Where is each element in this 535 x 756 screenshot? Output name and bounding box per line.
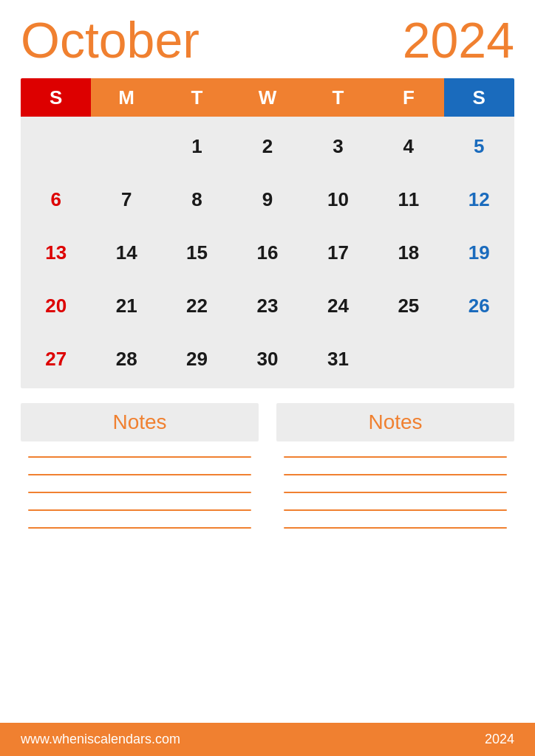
notes-right-lines <box>276 456 514 529</box>
cal-day-16: 16 <box>232 226 302 279</box>
calendar: S M T W T F S 1 2 3 4 5 6 7 8 9 10 11 12 <box>21 78 514 388</box>
cal-day-1: 1 <box>162 120 232 173</box>
cal-day-21: 21 <box>91 279 161 332</box>
cal-day-9: 9 <box>232 173 302 226</box>
cal-day-10: 10 <box>303 173 373 226</box>
notes-section: Notes Notes <box>21 403 514 708</box>
header-wednesday: W <box>232 78 302 117</box>
cal-day-12: 12 <box>444 173 514 226</box>
cal-day-25: 25 <box>373 279 443 332</box>
notes-line <box>28 474 251 475</box>
page: October 2024 S M T W T F S 1 2 3 4 5 6 7… <box>0 0 535 756</box>
cal-day-empty <box>373 332 443 385</box>
notes-line <box>28 492 251 493</box>
month-title: October <box>21 15 200 65</box>
cal-day-24: 24 <box>303 279 373 332</box>
cal-day-8: 8 <box>162 173 232 226</box>
cal-day-15: 15 <box>162 226 232 279</box>
cal-day-20: 20 <box>21 279 91 332</box>
notes-line <box>284 456 507 458</box>
cal-day-7: 7 <box>91 173 161 226</box>
notes-line <box>284 492 507 493</box>
year-title: 2024 <box>403 15 514 65</box>
cal-day-empty <box>444 332 514 385</box>
cal-day-23: 23 <box>232 279 302 332</box>
header-friday: F <box>373 78 443 117</box>
cal-day-27: 27 <box>21 332 91 385</box>
cal-day-13: 13 <box>21 226 91 279</box>
calendar-body: 1 2 3 4 5 6 7 8 9 10 11 12 13 14 15 16 1… <box>21 117 514 388</box>
cal-day-5: 5 <box>444 120 514 173</box>
cal-day-17: 17 <box>303 226 373 279</box>
cal-day-29: 29 <box>162 332 232 385</box>
cal-day-empty <box>91 120 161 173</box>
cal-day-6: 6 <box>21 173 91 226</box>
notes-line <box>28 527 251 529</box>
cal-day-14: 14 <box>91 226 161 279</box>
notes-right: Notes <box>276 403 514 708</box>
cal-day-4: 4 <box>373 120 443 173</box>
cal-day-28: 28 <box>91 332 161 385</box>
cal-day-3: 3 <box>303 120 373 173</box>
header-sunday: S <box>21 78 91 117</box>
notes-line <box>284 509 507 511</box>
notes-line <box>28 456 251 458</box>
calendar-header: October 2024 <box>21 15 514 65</box>
cal-day-26: 26 <box>444 279 514 332</box>
cal-day-22: 22 <box>162 279 232 332</box>
footer-url: www.wheniscalendars.com <box>21 732 180 747</box>
notes-line <box>28 509 251 511</box>
cal-day-30: 30 <box>232 332 302 385</box>
notes-left-lines <box>21 456 259 529</box>
header-saturday: S <box>444 78 514 117</box>
cal-day-18: 18 <box>373 226 443 279</box>
cal-day-empty <box>21 120 91 173</box>
header-tuesday: T <box>162 78 232 117</box>
notes-line <box>284 474 507 475</box>
footer-year: 2024 <box>485 732 514 747</box>
cal-day-2: 2 <box>232 120 302 173</box>
header-thursday: T <box>303 78 373 117</box>
header-monday: M <box>91 78 161 117</box>
cal-day-31: 31 <box>303 332 373 385</box>
calendar-days-header: S M T W T F S <box>21 78 514 117</box>
notes-left: Notes <box>21 403 259 708</box>
cal-day-11: 11 <box>373 173 443 226</box>
notes-left-label: Notes <box>21 403 259 441</box>
cal-day-19: 19 <box>444 226 514 279</box>
notes-right-label: Notes <box>276 403 514 441</box>
footer: www.wheniscalendars.com 2024 <box>0 723 535 756</box>
notes-line <box>284 527 507 529</box>
